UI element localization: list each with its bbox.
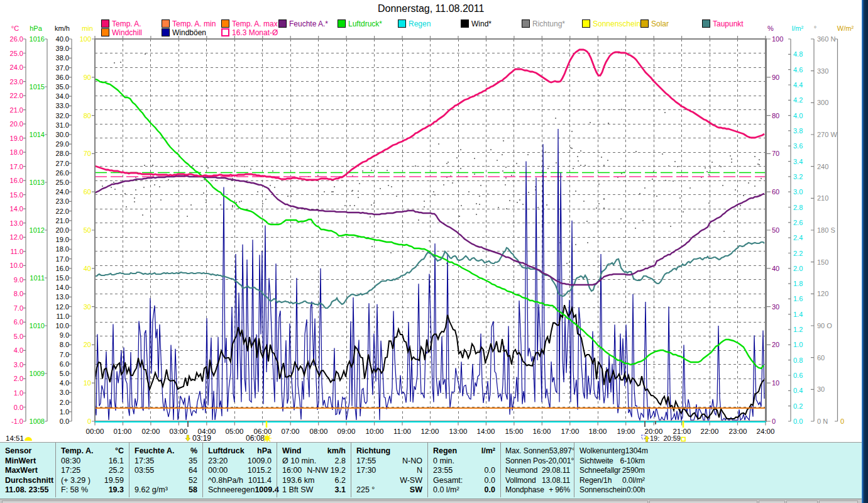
svg-text:37.0: 37.0 bbox=[56, 64, 69, 72]
svg-text:°C: °C bbox=[11, 25, 19, 32]
svg-text:26.0: 26.0 bbox=[56, 169, 69, 177]
svg-text:23.0: 23.0 bbox=[10, 78, 23, 86]
svg-text:13.0: 13.0 bbox=[56, 293, 69, 301]
svg-text:00:00: 00:00 bbox=[86, 428, 104, 435]
svg-text:0 N: 0 N bbox=[817, 417, 828, 425]
svg-text:19: 20:59: 19: 20:59 bbox=[650, 434, 681, 442]
svg-text:26.0: 26.0 bbox=[10, 35, 23, 43]
svg-text:25.0: 25.0 bbox=[56, 179, 69, 186]
svg-text:1013: 1013 bbox=[30, 179, 45, 186]
svg-text:4.6: 4.6 bbox=[793, 66, 803, 74]
svg-text:35.0: 35.0 bbox=[56, 83, 69, 91]
svg-text:24.0: 24.0 bbox=[10, 64, 23, 71]
svg-text:07:00: 07:00 bbox=[282, 428, 300, 435]
svg-text:4.0: 4.0 bbox=[60, 379, 69, 387]
svg-text:1.2: 1.2 bbox=[793, 326, 803, 333]
svg-text:4.2: 4.2 bbox=[793, 96, 803, 104]
svg-text:16:00: 16:00 bbox=[533, 428, 551, 435]
svg-text:19:00: 19:00 bbox=[617, 428, 635, 435]
svg-text:4.0: 4.0 bbox=[793, 112, 803, 119]
svg-text:17:00: 17:00 bbox=[561, 428, 580, 435]
svg-text:05:00: 05:00 bbox=[226, 428, 244, 435]
svg-text:70: 70 bbox=[772, 150, 779, 157]
svg-text:18.0: 18.0 bbox=[10, 148, 23, 156]
svg-text:17.0: 17.0 bbox=[10, 163, 23, 170]
svg-text:70: 70 bbox=[84, 150, 91, 157]
svg-text:90: 90 bbox=[84, 74, 91, 81]
svg-text:30.0: 30.0 bbox=[56, 131, 69, 138]
svg-text:10: 10 bbox=[84, 379, 91, 387]
svg-text:2.0: 2.0 bbox=[14, 375, 23, 382]
svg-text:150: 150 bbox=[817, 258, 828, 266]
svg-text:13.0: 13.0 bbox=[10, 219, 23, 227]
svg-text:19.0: 19.0 bbox=[10, 135, 23, 142]
svg-text:03:19: 03:19 bbox=[192, 434, 211, 443]
svg-text:0.0: 0.0 bbox=[793, 417, 803, 425]
svg-text:3.8: 3.8 bbox=[793, 127, 803, 135]
svg-text:0: 0 bbox=[772, 417, 776, 425]
svg-text:3.6: 3.6 bbox=[793, 142, 803, 150]
svg-text:300: 300 bbox=[817, 99, 828, 106]
svg-text:12:00: 12:00 bbox=[421, 428, 439, 435]
svg-text:240: 240 bbox=[817, 163, 828, 170]
svg-text:1012: 1012 bbox=[30, 226, 45, 234]
svg-text:0: 0 bbox=[840, 417, 844, 425]
svg-text:0.0: 0.0 bbox=[60, 417, 69, 425]
svg-text:-1.0: -1.0 bbox=[11, 417, 23, 425]
svg-text:24.0: 24.0 bbox=[56, 188, 69, 196]
svg-text:21.0: 21.0 bbox=[56, 217, 69, 224]
svg-text:1011: 1011 bbox=[30, 274, 45, 282]
svg-text:60: 60 bbox=[817, 354, 825, 362]
svg-text:40: 40 bbox=[772, 265, 779, 272]
svg-text:14.0: 14.0 bbox=[56, 284, 69, 291]
svg-text:30: 30 bbox=[772, 303, 779, 311]
svg-text:3.4: 3.4 bbox=[793, 158, 803, 165]
svg-text:40: 40 bbox=[84, 265, 91, 272]
svg-text:9.0: 9.0 bbox=[14, 276, 23, 284]
svg-text:2.0: 2.0 bbox=[793, 265, 803, 272]
svg-text:34.0: 34.0 bbox=[56, 92, 69, 100]
svg-text:39.0: 39.0 bbox=[56, 45, 69, 52]
svg-text:28.0: 28.0 bbox=[56, 150, 69, 157]
svg-text:50: 50 bbox=[84, 226, 91, 234]
svg-text:27.0: 27.0 bbox=[56, 160, 69, 167]
svg-text:9.0: 9.0 bbox=[60, 331, 69, 339]
svg-text:03:00: 03:00 bbox=[170, 428, 188, 435]
svg-text:15:00: 15:00 bbox=[505, 428, 524, 435]
svg-text:14:00: 14:00 bbox=[477, 428, 495, 435]
svg-text:90 O: 90 O bbox=[817, 322, 832, 329]
svg-text:90: 90 bbox=[772, 74, 779, 81]
svg-text:29.0: 29.0 bbox=[56, 140, 69, 148]
svg-text:10.0: 10.0 bbox=[56, 322, 69, 329]
svg-text:hPa: hPa bbox=[30, 25, 42, 32]
svg-text:6.0: 6.0 bbox=[60, 360, 69, 368]
svg-text:0.6: 0.6 bbox=[793, 372, 803, 379]
svg-text:1008: 1008 bbox=[30, 417, 45, 425]
svg-text:3.2: 3.2 bbox=[793, 173, 803, 180]
svg-text:8.0: 8.0 bbox=[60, 341, 69, 348]
svg-text:24:00: 24:00 bbox=[757, 428, 775, 435]
svg-text:13:00: 13:00 bbox=[449, 428, 468, 435]
svg-text:330: 330 bbox=[817, 67, 828, 75]
svg-text:2.8: 2.8 bbox=[793, 204, 803, 211]
svg-text:20: 20 bbox=[84, 341, 91, 348]
svg-text:1.0: 1.0 bbox=[60, 408, 69, 416]
svg-text:38.0: 38.0 bbox=[56, 54, 69, 62]
svg-text:1010: 1010 bbox=[30, 322, 45, 329]
svg-text:40.0: 40.0 bbox=[56, 35, 69, 43]
svg-text:10: 10 bbox=[772, 379, 779, 387]
svg-text:1015: 1015 bbox=[30, 83, 45, 91]
svg-text:22.0: 22.0 bbox=[56, 207, 69, 215]
svg-text:32.0: 32.0 bbox=[56, 112, 69, 119]
svg-text:8.0: 8.0 bbox=[14, 290, 23, 297]
svg-text:1009: 1009 bbox=[30, 370, 45, 377]
svg-text:19.0: 19.0 bbox=[56, 236, 69, 243]
svg-text:33.0: 33.0 bbox=[56, 102, 69, 109]
svg-text:21.0: 21.0 bbox=[10, 106, 23, 114]
svg-text:1.6: 1.6 bbox=[793, 295, 803, 302]
svg-text:02:00: 02:00 bbox=[142, 428, 160, 435]
svg-text:1014: 1014 bbox=[30, 131, 45, 138]
svg-text:4.0: 4.0 bbox=[14, 346, 23, 354]
svg-text:25.0: 25.0 bbox=[10, 50, 23, 57]
svg-text:08:00: 08:00 bbox=[310, 428, 328, 435]
